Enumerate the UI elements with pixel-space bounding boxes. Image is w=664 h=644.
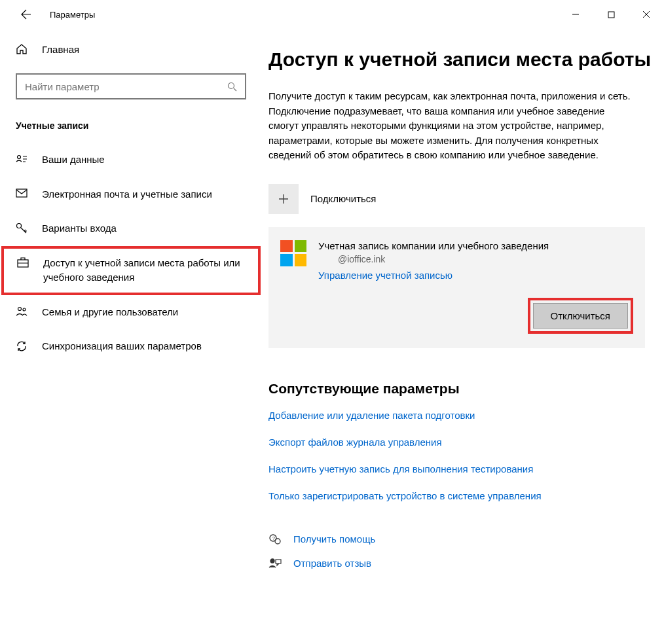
help-icon: ? [268,533,284,546]
minimize-icon [572,10,580,18]
connect-plus-button[interactable] [268,184,299,214]
nav-email-accounts[interactable]: Электронная почта и учетные записи [0,177,262,212]
nav-label: Доступ к учетной записи места работы или… [43,256,245,285]
related-link-mdm-enroll[interactable]: Только зарегистрировать устройство в сис… [268,490,657,501]
search-box[interactable] [16,73,246,99]
help-label: Получить помощь [293,533,375,545]
svg-rect-12 [276,560,281,564]
feedback-link[interactable]: Отправить отзыв [268,558,657,569]
main-content: Доступ к учетной записи места работы Пол… [262,29,664,644]
feedback-label: Отправить отзыв [293,558,371,569]
related-heading: Сопутствующие параметры [268,381,657,397]
home-icon [16,43,29,55]
minimize-button[interactable] [558,2,593,27]
back-arrow-icon [21,9,31,20]
svg-point-11 [270,559,274,563]
key-icon [16,223,29,234]
plus-icon [278,193,289,205]
svg-point-9 [275,539,280,544]
person-card-icon [16,154,29,166]
disconnect-highlight: Отключиться [528,298,633,334]
svg-rect-3 [16,189,27,197]
home-label: Главная [42,44,79,55]
svg-point-4 [17,224,22,228]
nav-your-info[interactable]: Ваши данные [0,143,262,177]
related-link-provisioning[interactable]: Добавление или удаление пакета подготовк… [268,410,657,421]
search-icon [227,82,237,92]
page-title: Доступ к учетной записи места работы [268,48,657,71]
connect-label: Подключиться [310,193,376,204]
nav-work-school-access[interactable]: Доступ к учетной записи места работы или… [1,246,261,295]
maximize-button[interactable] [593,2,629,27]
search-input[interactable] [25,81,227,92]
disconnect-button[interactable]: Отключиться [533,303,628,329]
feedback-icon [268,558,284,569]
connect-row[interactable]: Подключиться [268,184,657,214]
category-label: Учетные записи [0,105,262,143]
mail-icon [16,188,29,198]
svg-text:?: ? [272,536,275,541]
nav-label: Семья и другие пользователи [42,305,178,320]
nav-label: Варианты входа [42,221,117,236]
related-link-export-logs[interactable]: Экспорт файлов журнала управления [268,437,657,448]
window-controls [558,2,664,27]
window-title: Параметры [50,10,95,20]
work-account-card[interactable]: Учетная запись компании или учебного зав… [268,227,645,348]
related-link-test-account[interactable]: Настроить учетную запись для выполнения … [268,463,657,474]
nav-label: Ваши данные [42,152,105,168]
svg-point-7 [23,308,26,311]
svg-point-2 [18,156,21,159]
microsoft-logo-icon [280,240,306,266]
back-button[interactable] [13,1,39,27]
maximize-icon [608,11,615,18]
nav-family-users[interactable]: Семья и другие пользователи [0,295,262,330]
nav-sync-settings[interactable]: Синхронизация ваших параметров [0,329,262,364]
get-help-link[interactable]: ? Получить помощь [268,533,657,546]
home-button[interactable]: Главная [0,35,262,63]
sync-icon [16,340,29,352]
nav-label: Электронная почта и учетные записи [42,187,212,202]
nav-label: Синхронизация ваших параметров [42,339,202,354]
svg-point-1 [229,82,234,88]
svg-point-6 [18,307,22,310]
manage-account-link[interactable]: Управление учетной записью [318,270,633,281]
titlebar: Параметры [0,0,664,29]
briefcase-icon [17,257,30,268]
account-email: @ioffice.ink [338,254,633,264]
close-button[interactable] [629,2,664,27]
page-description: Получите доступ к таким ресурсам, как эл… [268,89,635,163]
people-icon [16,306,29,317]
svg-rect-0 [608,12,614,18]
nav-signin-options[interactable]: Варианты входа [0,211,262,246]
close-icon [642,10,650,18]
account-title: Учетная запись компании или учебного зав… [318,240,633,251]
sidebar: Главная Учетные записи Ваши данные Элект… [0,29,262,644]
